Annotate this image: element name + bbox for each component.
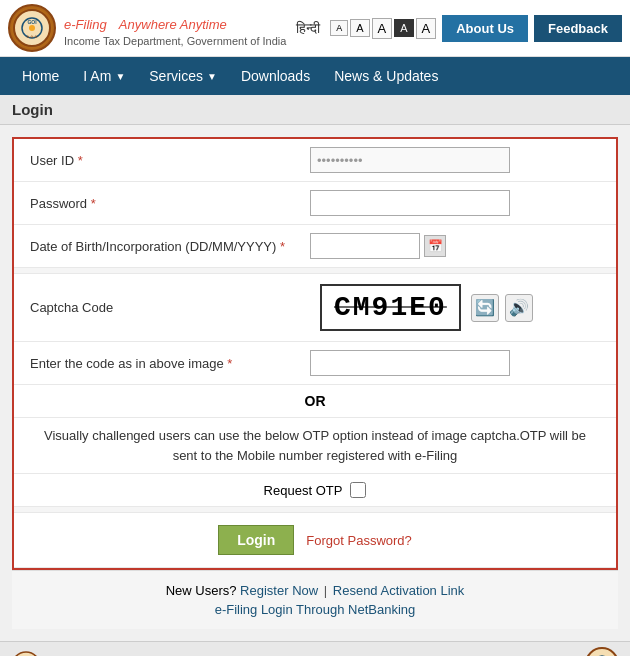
password-required: * xyxy=(91,196,96,211)
efiling-brand: e-Filing Anywhere Anytime Income Tax Dep… xyxy=(64,9,286,47)
register-row: New Users? Register Now | Resend Activat… xyxy=(20,583,610,598)
password-input[interactable] xyxy=(310,190,510,216)
bottom-bar: india.gov.in Website Policies | RTI | Ac… xyxy=(0,641,630,656)
nav-services-arrow: ▼ xyxy=(207,71,217,82)
brand-area: GOI ☆☆☆ e-Filing Anywhere Anytime Income… xyxy=(8,4,286,52)
main-content: User ID * Password * Date of Birth/Incor… xyxy=(0,125,630,641)
password-row: Password * xyxy=(14,182,616,225)
calendar-icon[interactable]: 📅 xyxy=(424,235,446,257)
userid-row: User ID * xyxy=(14,139,616,182)
svg-point-3 xyxy=(29,25,35,31)
efiling-department: Income Tax Department, Government of Ind… xyxy=(64,35,286,47)
india-gov-area: india.gov.in xyxy=(10,650,112,657)
svg-text:GOI: GOI xyxy=(27,19,37,25)
nav-services[interactable]: Services ▼ xyxy=(137,60,229,92)
new-users-text: New Users? xyxy=(166,583,237,598)
page-title: Login xyxy=(0,95,630,125)
userid-label: User ID * xyxy=(30,153,310,168)
svg-point-8 xyxy=(586,648,618,656)
font-size-large[interactable]: A xyxy=(372,18,393,39)
or-divider: OR xyxy=(14,385,616,418)
captcha-controls: 🔄 🔊 xyxy=(471,294,533,322)
nav-i-am-arrow: ▼ xyxy=(115,71,125,82)
captcha-required: * xyxy=(227,356,232,371)
dob-row: Date of Birth/Incorporation (DD/MM/YYYY)… xyxy=(14,225,616,268)
font-size-contrast[interactable]: A xyxy=(394,19,413,37)
userid-required: * xyxy=(78,153,83,168)
font-size-small[interactable]: A xyxy=(330,20,348,36)
captcha-row: Captcha Code CM91E0 🔄 🔊 xyxy=(14,274,616,342)
captcha-refresh-button[interactable]: 🔄 xyxy=(471,294,499,322)
about-us-button[interactable]: About Us xyxy=(442,15,528,42)
forgot-password-link[interactable]: Forgot Password? xyxy=(306,533,412,548)
bottom-right-logo xyxy=(584,646,620,656)
top-right-controls: हिन्दी A A A A A About Us Feedback xyxy=(296,15,622,42)
feedback-button[interactable]: Feedback xyxy=(534,15,622,42)
font-size-xlarge[interactable]: A xyxy=(416,18,437,39)
password-label: Password * xyxy=(30,196,310,211)
dob-label: Date of Birth/Incorporation (DD/MM/YYYY)… xyxy=(30,239,310,254)
otp-message: Visually challenged users can use the be… xyxy=(14,418,616,474)
govt-logo: GOI ☆☆☆ xyxy=(8,4,56,52)
font-size-controls: A A A A A xyxy=(330,18,436,39)
svg-point-5 xyxy=(12,652,40,657)
nav-home[interactable]: Home xyxy=(10,60,71,92)
netbanking-row: e-Filing Login Through NetBanking xyxy=(20,602,610,617)
login-form-box: User ID * Password * Date of Birth/Incor… xyxy=(12,137,618,570)
captcha-input[interactable] xyxy=(310,350,510,376)
top-bar: GOI ☆☆☆ e-Filing Anywhere Anytime Income… xyxy=(0,0,630,57)
dob-required: * xyxy=(280,239,285,254)
resend-activation-link[interactable]: Resend Activation Link xyxy=(333,583,465,598)
captcha-image: CM91E0 xyxy=(320,284,461,331)
captcha-label: Captcha Code xyxy=(30,300,310,315)
captcha-enter-label: Enter the code as in above image * xyxy=(30,356,310,371)
request-otp-label: Request OTP xyxy=(264,483,343,498)
hindi-lang-label[interactable]: हिन्दी xyxy=(296,20,320,37)
svg-text:☆☆☆: ☆☆☆ xyxy=(26,34,38,39)
userid-input[interactable] xyxy=(310,147,510,173)
captcha-audio-button[interactable]: 🔊 xyxy=(505,294,533,322)
footer-links: New Users? Register Now | Resend Activat… xyxy=(12,570,618,629)
efiling-subtitle: Anywhere Anytime xyxy=(119,17,227,32)
nav-news[interactable]: News & Updates xyxy=(322,60,450,92)
efiling-title: e-Filing Anywhere Anytime xyxy=(64,9,286,35)
captcha-input-row: Enter the code as in above image * xyxy=(14,342,616,385)
login-button[interactable]: Login xyxy=(218,525,294,555)
nav-i-am[interactable]: I Am ▼ xyxy=(71,60,137,92)
request-otp-row: Request OTP xyxy=(14,474,616,507)
nav-bar: Home I Am ▼ Services ▼ Downloads News & … xyxy=(0,57,630,95)
font-size-medium[interactable]: A xyxy=(350,19,369,37)
otp-checkbox[interactable] xyxy=(350,482,366,498)
india-gov-logo[interactable]: india.gov.in xyxy=(10,650,112,657)
netbanking-link[interactable]: e-Filing Login Through NetBanking xyxy=(215,602,416,617)
dob-input[interactable] xyxy=(310,233,420,259)
login-btn-row: Login Forgot Password? xyxy=(14,513,616,568)
register-now-link[interactable]: Register Now xyxy=(240,583,318,598)
nav-downloads[interactable]: Downloads xyxy=(229,60,322,92)
